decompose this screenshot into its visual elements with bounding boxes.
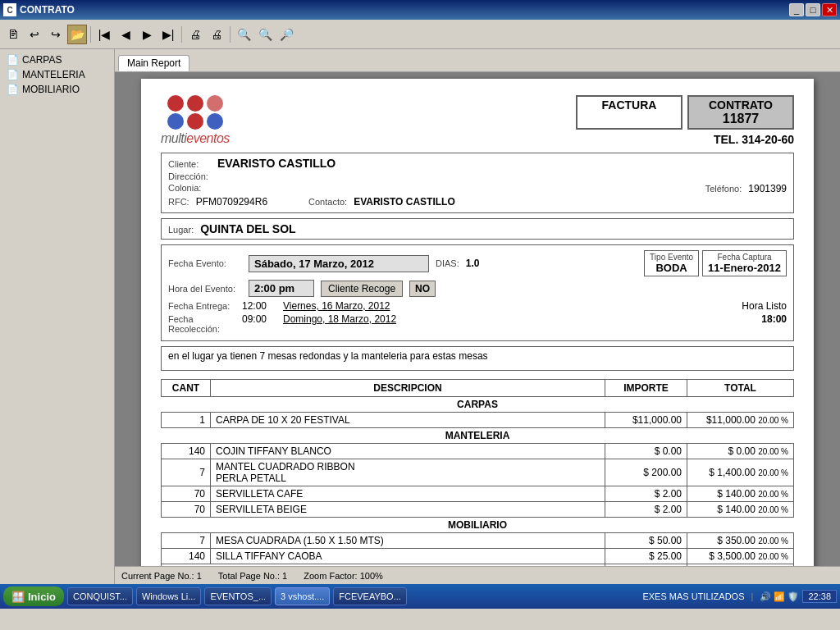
toolbar-zoom[interactable]: 🔎 <box>276 25 296 44</box>
hora-listo-value: 18:00 <box>761 313 787 325</box>
toolbar-last[interactable]: ▶| <box>158 25 178 44</box>
recoleccion-label: Fecha Recolección: <box>168 314 242 334</box>
event-captura-title: Fecha Captura <box>708 253 781 262</box>
client-multi-row: Colonia: Teléfono: 1901399 <box>168 183 787 194</box>
items-table: CANT DESCRIPCION IMPORTE TOTAL CARPAS 1 … <box>161 379 794 566</box>
item-desc: COJIN TIFFANY BLANCO <box>211 444 605 459</box>
event-hora-label: Hora del Evento: <box>168 284 242 294</box>
event-captura-box: Fecha Captura 11-Enero-2012 <box>702 250 787 276</box>
taskbar-right: EXES MAS UTILIZADOS | 🔊 📶 🛡️ 22:38 <box>642 590 837 603</box>
toolbar-open[interactable]: 📂 <box>67 25 87 44</box>
maximize-button[interactable]: □ <box>806 3 820 16</box>
table-row: 70 SERVILLETA CAFE $ 2.00 $ 140.00 20.00… <box>162 486 794 502</box>
item-importe: $ 25.00 <box>605 549 687 564</box>
event-dias-label: DIAS: <box>436 258 459 268</box>
item-total: $ 350.00 20.00 % <box>687 533 794 549</box>
taskbar-clock: 22:38 <box>802 590 837 603</box>
notes-section: en el lugar ya tienen 7 mesas redondas y… <box>161 346 794 371</box>
item-desc: MESA CUADRADA (1.50 X 1.50 MTS) <box>211 533 605 549</box>
notes-text: en el lugar ya tienen 7 mesas redondas y… <box>168 350 488 362</box>
logo-circle-6 <box>207 113 223 130</box>
sidebar-item-carpas[interactable]: 📄 CARPAS <box>3 52 111 67</box>
recoleccion-date: Domingo, 18 Marzo, 2012 <box>283 313 761 325</box>
entrega-date: Viernes, 16 Marzo, 2012 <box>283 300 742 312</box>
client-rfc-row: RFC: PFM0709294R6 Contacto: EVARISTO CAS… <box>168 196 787 208</box>
item-desc: SILLA TIFFANY CAOBA <box>211 549 605 564</box>
factura-title: FACTURA <box>584 98 674 112</box>
taskbar-item-0[interactable]: CONQUIST... <box>67 587 133 605</box>
col-importe: IMPORTE <box>605 380 687 397</box>
toolbar-new[interactable]: 🖹 <box>3 25 23 44</box>
client-contacto-label: Contacto: <box>308 197 347 207</box>
event-type-container: Tipo Evento BODA Fecha Captura 11-Enero-… <box>644 250 787 276</box>
table-row: 1 CARPA DE 10 X 20 FESTIVAL $11,000.00 $… <box>162 413 794 428</box>
item-importe: $ 50.00 <box>605 533 687 549</box>
document-icon-manteleria: 📄 <box>7 69 19 80</box>
event-fecha-label: Fecha Evento: <box>168 258 242 268</box>
start-label: Inicio <box>28 591 56 603</box>
taskbar-item-3[interactable]: 3 vshost.... <box>275 587 330 605</box>
item-cant: 7 <box>162 533 211 549</box>
taskbar-item-2[interactable]: EVENTOS_... <box>204 587 272 605</box>
report-container[interactable]: multieventos FACTURA CONTRATO 11877 <box>115 72 840 566</box>
taskbar-item-1[interactable]: Windows Li... <box>136 587 201 605</box>
category-label: CARPAS <box>162 397 794 413</box>
logo-row-bottom <box>167 113 223 130</box>
no-button[interactable]: NO <box>409 281 436 297</box>
minimize-button[interactable]: _ <box>789 3 804 16</box>
client-label: Cliente: <box>168 159 217 169</box>
item-importe: $ 2.00 <box>605 502 687 518</box>
client-section: Cliente: EVARISTO CASTILLO Dirección: Co… <box>161 153 794 213</box>
taskbar-item-4[interactable]: FCEVEAYBO... <box>333 587 407 605</box>
item-total: $ 1,400.00 20.00 % <box>687 459 794 486</box>
recoleccion-row: Fecha Recolección: 09:00 Domingo, 18 Mar… <box>168 313 787 334</box>
document-icon-carpas: 📄 <box>7 54 19 66</box>
toolbar-search1[interactable]: 🔍 <box>234 25 253 44</box>
cliente-recoge-button[interactable]: Cliente Recoge <box>321 281 403 297</box>
tab-bar: Main Report <box>115 49 840 72</box>
client-direccion-row: Dirección: <box>168 171 787 181</box>
toolbar-print1[interactable]: 🖨 <box>185 25 205 44</box>
item-cant: 140 <box>162 549 211 564</box>
item-cant: 1 <box>162 413 211 428</box>
event-tipo-value: BODA <box>650 262 693 274</box>
client-contacto-value: EVARISTO CASTILLO <box>354 196 455 208</box>
logo-circle-2 <box>187 95 203 112</box>
item-cant: 7 <box>162 459 211 486</box>
event-tipo-title: Tipo Evento <box>650 253 693 262</box>
start-button[interactable]: 🪟 Inicio <box>3 587 64 606</box>
item-importe: $ 200.00 <box>605 459 687 486</box>
item-cant: 70 <box>162 486 211 502</box>
client-telefono-field: Teléfono: 1901399 <box>705 183 787 194</box>
factura-box: FACTURA <box>576 95 682 130</box>
taskbar-sep: | <box>751 591 753 601</box>
tab-main-report[interactable]: Main Report <box>118 55 189 71</box>
entrega-time: 12:00 <box>242 300 283 312</box>
windows-icon: 🪟 <box>11 591 25 603</box>
sidebar-item-mobiliario[interactable]: 📄 MOBILIARIO <box>3 82 111 97</box>
toolbar-print2[interactable]: 🖨 <box>207 25 226 44</box>
item-cant: 70 <box>162 502 211 518</box>
logo-circle-5 <box>187 113 203 130</box>
event-fecha-value: Sábado, 17 Marzo, 2012 <box>249 255 429 272</box>
close-button[interactable]: ✕ <box>822 3 837 16</box>
client-name: EVARISTO CASTILLO <box>217 157 336 170</box>
event-section: Fecha Evento: Sábado, 17 Marzo, 2012 DIA… <box>161 244 794 341</box>
contrato-title: CONTRATO <box>696 98 786 112</box>
sidebar-label-mobiliario: MOBILIARIO <box>22 84 80 95</box>
event-tipo-box: Tipo Evento BODA <box>644 250 699 276</box>
toolbar-redo[interactable]: ↪ <box>46 25 66 44</box>
toolbar-next[interactable]: ▶ <box>137 25 157 44</box>
client-telefono-value: 1901399 <box>748 183 787 194</box>
client-rfc-field: RFC: PFM0709294R6 <box>168 196 267 208</box>
item-total: $11,000.00 20.00 % <box>687 413 794 428</box>
client-direccion-label: Dirección: <box>168 171 217 181</box>
contrato-box: CONTRATO 11877 <box>687 95 794 130</box>
contrato-value: 11877 <box>696 112 786 126</box>
col-cant: CANT <box>162 380 211 397</box>
toolbar-first[interactable]: |◀ <box>94 25 114 44</box>
toolbar-prev[interactable]: ◀ <box>116 25 135 44</box>
toolbar-undo[interactable]: ↩ <box>25 25 44 44</box>
toolbar-search2[interactable]: 🔍 <box>255 25 275 44</box>
sidebar-item-manteleria[interactable]: 📄 MANTELERIA <box>3 67 111 82</box>
